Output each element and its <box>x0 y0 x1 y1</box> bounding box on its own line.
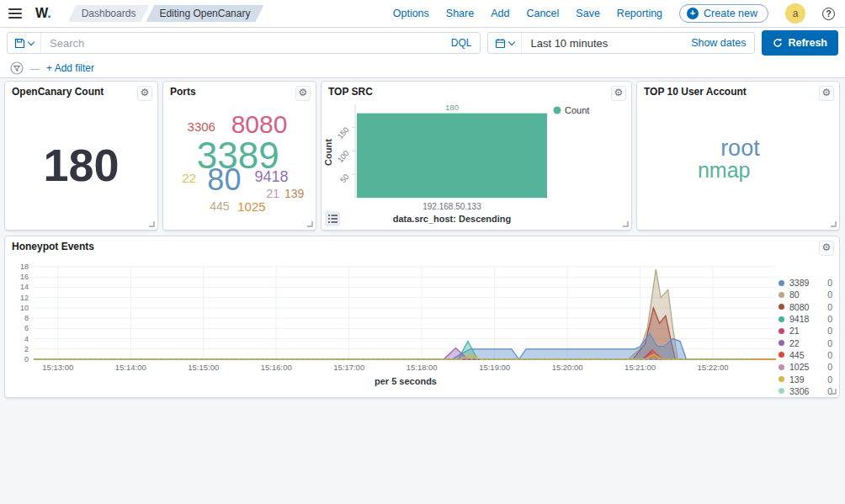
filter-bar: — + Add filter <box>0 58 845 78</box>
refresh-button[interactable]: Refresh <box>762 30 838 56</box>
legend-label: 21 <box>789 326 827 336</box>
svg-text:15:20:00: 15:20:00 <box>552 363 583 372</box>
panel-top-src[interactable]: TOP SRC ⚙ 50100150Count180192.168.50.133… <box>321 81 632 231</box>
user-accounts-tag-cloud: rootnmap <box>637 100 839 230</box>
resize-handle[interactable] <box>306 220 313 227</box>
date-picker-group: Last 10 minutes Show dates <box>487 32 755 54</box>
svg-text:Count: Count <box>565 105 589 115</box>
tag-cloud-word[interactable]: 80 <box>207 162 241 198</box>
legend-label: 22 <box>789 338 827 348</box>
resize-handle[interactable] <box>830 220 837 227</box>
legend-value: 0 <box>827 278 832 288</box>
svg-text:15:22:00: 15:22:00 <box>698 363 729 372</box>
app-logo[interactable]: W. <box>35 6 51 21</box>
svg-text:0: 0 <box>24 355 29 363</box>
menu-icon[interactable] <box>8 8 22 19</box>
svg-text:16: 16 <box>20 273 29 281</box>
legend-item-139[interactable]: 1390 <box>779 373 832 385</box>
legend-dot <box>779 292 784 298</box>
tag-cloud-word[interactable]: 9418 <box>254 167 288 185</box>
legend-dot <box>779 280 784 286</box>
top-src-bar-chart[interactable]: 50100150Count180192.168.50.133data.src_h… <box>322 100 626 228</box>
legend-label: 8080 <box>789 302 827 312</box>
legend-item-445[interactable]: 4450 <box>779 349 832 361</box>
filter-separator: — <box>30 63 40 73</box>
breadcrumb-dashboards[interactable]: Dashboards <box>68 5 150 22</box>
legend-label: 3306 <box>789 386 827 396</box>
legend-item-9418[interactable]: 94180 <box>779 313 832 325</box>
legend-dot <box>779 388 784 394</box>
save-link[interactable]: Save <box>576 8 600 19</box>
svg-text:15:14:00: 15:14:00 <box>115 363 146 372</box>
avatar[interactable]: a <box>785 3 805 24</box>
options-link[interactable]: Options <box>393 8 429 19</box>
legend-dot <box>779 376 784 382</box>
add-filter-link[interactable]: + Add filter <box>46 62 94 74</box>
legend-dot <box>779 340 784 346</box>
legend-item-3306[interactable]: 33060 <box>779 385 832 397</box>
honeypot-legend: 3389080080800941802102204450102501390330… <box>779 277 832 397</box>
legend-label: 1025 <box>789 362 827 372</box>
gear-icon[interactable]: ⚙ <box>295 86 311 101</box>
legend-value: 0 <box>827 362 832 372</box>
tag-cloud-word[interactable]: nmap <box>698 158 751 183</box>
svg-text:10: 10 <box>20 304 29 312</box>
query-language-button[interactable]: DQL <box>443 37 481 49</box>
reporting-link[interactable]: Reporting <box>617 8 662 19</box>
breadcrumb-editing-opencanary[interactable]: Editing OpenCanary <box>146 5 263 22</box>
dashboard-grid: OpenCanary Count ⚙ 180 Ports ⚙ 330680803… <box>0 78 845 504</box>
time-range-value[interactable]: Last 10 minutes <box>522 37 691 50</box>
svg-text:15:21:00: 15:21:00 <box>624 363 656 372</box>
legend-item-22[interactable]: 220 <box>779 337 832 348</box>
legend-item-3389[interactable]: 33890 <box>779 277 832 289</box>
gear-icon[interactable]: ⚙ <box>819 86 834 101</box>
panel-ports[interactable]: Ports ⚙ 33068080338922809418211394451025 <box>162 81 316 231</box>
share-link[interactable]: Share <box>446 8 474 19</box>
svg-text:15:19:00: 15:19:00 <box>479 363 510 372</box>
calendar-button[interactable] <box>488 33 522 53</box>
gear-icon[interactable]: ⚙ <box>819 241 834 256</box>
legend-toggle-icon[interactable] <box>325 211 340 226</box>
legend-item-1025[interactable]: 10250 <box>779 361 832 373</box>
svg-text:4: 4 <box>24 335 29 343</box>
refresh-icon <box>773 38 783 48</box>
svg-text:Count: Count <box>323 139 333 166</box>
filter-icon[interactable] <box>10 61 24 75</box>
add-link[interactable]: Add <box>491 8 509 19</box>
legend-item-8080[interactable]: 80800 <box>779 301 832 313</box>
chevron-down-icon <box>508 38 515 45</box>
legend-item-80[interactable]: 800 <box>779 289 832 300</box>
gear-icon[interactable]: ⚙ <box>611 86 626 101</box>
help-icon[interactable]: ? <box>822 8 835 20</box>
panel-honeypot-events[interactable]: Honeypot Events ⚙ 02468101214161815:13:0… <box>4 236 840 398</box>
svg-text:12: 12 <box>20 294 29 302</box>
svg-text:15:13:00: 15:13:00 <box>42 363 73 372</box>
panel-opencanary-count[interactable]: OpenCanary Count ⚙ 180 <box>4 81 158 231</box>
resize-handle[interactable] <box>622 220 629 227</box>
resize-handle[interactable] <box>148 220 155 227</box>
svg-text:2: 2 <box>24 345 29 353</box>
chevron-down-icon <box>28 38 35 45</box>
tag-cloud-word[interactable]: 139 <box>284 187 304 200</box>
tag-cloud-word[interactable]: 445 <box>210 199 229 213</box>
legend-item-21[interactable]: 210 <box>779 325 832 337</box>
gear-icon[interactable]: ⚙ <box>137 86 152 101</box>
tag-cloud-word[interactable]: 1025 <box>237 199 265 214</box>
svg-text:192.168.50.133: 192.168.50.133 <box>422 202 481 211</box>
legend-dot <box>779 304 784 310</box>
tag-cloud-word[interactable]: 21 <box>267 187 280 200</box>
legend-label: 80 <box>789 289 827 300</box>
honeypot-area-chart[interactable]: 02468101214161815:13:0015:14:0015:15:001… <box>5 255 834 373</box>
tag-cloud-word[interactable]: 3306 <box>188 119 215 133</box>
search-group: DQL <box>7 32 481 54</box>
resize-handle[interactable] <box>830 388 837 395</box>
show-dates-link[interactable]: Show dates <box>691 37 754 49</box>
panel-user-accounts[interactable]: TOP 10 User Account ⚙ rootnmap <box>636 81 840 231</box>
create-new-button[interactable]: + Create new <box>679 4 768 23</box>
saved-query-button[interactable] <box>8 33 41 53</box>
legend-dot <box>779 364 784 370</box>
tag-cloud-word[interactable]: 22 <box>182 171 196 185</box>
plus-icon: + <box>687 8 699 19</box>
cancel-link[interactable]: Cancel <box>526 8 559 19</box>
search-input[interactable] <box>41 37 443 50</box>
